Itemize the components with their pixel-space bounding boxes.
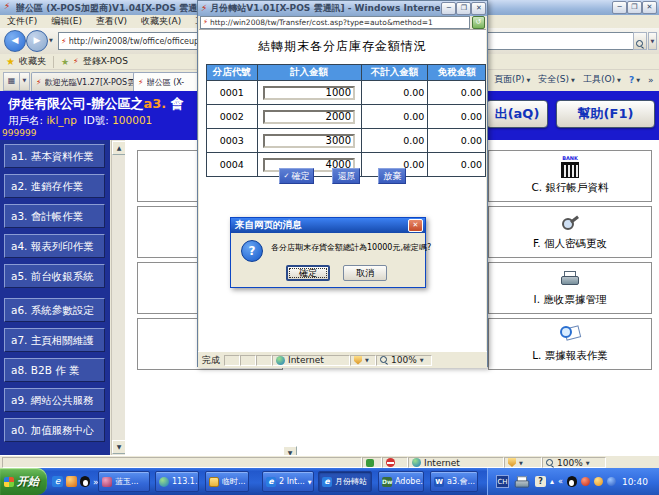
popup-address-field[interactable]: ⚡ http://win2008/tw/Transfer/cost.asp?ty… [200, 16, 470, 29]
sidebar-item-a4[interactable]: a4. 報表列印作業 [4, 234, 105, 258]
add-favorite-icon[interactable]: ★ [61, 57, 69, 67]
menu-cell-bank-accounts[interactable]: BANK C. 銀行帳戶資料 [488, 150, 652, 202]
task-113[interactable]: 113.1... [155, 471, 199, 492]
command-tools[interactable]: 工具(O)▼ [583, 73, 621, 86]
status-message-panel [2, 457, 362, 468]
forward-icon[interactable]: ▶ [26, 30, 48, 52]
task-month-transfer[interactable]: e 月份轉站 [318, 471, 372, 492]
ie-quicklaunch-icon[interactable]: e [52, 476, 63, 487]
qq-icon[interactable] [80, 476, 90, 487]
status-icon-panel [362, 457, 382, 468]
hide-icons-chevron-icon[interactable]: ▴ [550, 476, 554, 488]
menu-favorites[interactable]: 收藏夹(A) [134, 15, 188, 28]
task-ie-group[interactable]: e 2 Int...▼ [262, 471, 314, 492]
command-more[interactable]: » [648, 75, 654, 85]
chevron-down-icon: ▼ [308, 479, 312, 485]
status-zone-panel: Internet [408, 457, 504, 468]
search-options-dropdown-icon[interactable]: ▼ [648, 32, 657, 50]
tray-help-icon[interactable]: ? [535, 476, 546, 487]
task-temp-folder[interactable]: 临时... [205, 471, 249, 492]
favorite-link[interactable]: 登錄X-POS [83, 55, 128, 68]
divider [53, 56, 54, 68]
tab-list-dropdown-icon[interactable]: ▼ [19, 72, 30, 91]
favorites-label[interactable]: 收藏夹 [19, 55, 46, 68]
entered-amount-input-0003[interactable] [263, 134, 355, 148]
task-lanyu[interactable]: 蓝玉... [98, 471, 150, 492]
tab-welcome[interactable]: ⚡ 歡迎光臨V1.27[X-POS雲... [31, 72, 141, 91]
back-icon[interactable]: ◀ [4, 30, 26, 52]
expand-tray-icon[interactable]: « [558, 476, 563, 488]
tray-printer-icon[interactable] [515, 476, 529, 487]
language-indicator[interactable]: CH [496, 475, 509, 488]
tray-red-icon[interactable] [581, 477, 590, 486]
col-excluded-amount: 不計入金額 [361, 65, 428, 81]
history-dropdown-icon[interactable]: ▼ [49, 37, 53, 43]
command-page[interactable]: 頁面(P)▼ [494, 73, 530, 86]
popup-minimize-button[interactable]: ─ [441, 2, 456, 15]
abandon-button[interactable]: 放棄 [378, 168, 406, 184]
table-header-row: 分店代號 計入金額 不計入金額 免稅金額 [207, 65, 486, 81]
refresh-icon[interactable]: ↺ [472, 16, 485, 29]
popup-window: ⚡ 月份轉站V1.01[X-POS 雲通訊] - Windows Interne… [197, 0, 488, 367]
scroll-up-icon[interactable]: ▲ [112, 141, 126, 155]
tray-blue-icon[interactable] [607, 477, 616, 486]
menu-view[interactable]: 查看(V) [89, 15, 134, 28]
start-button[interactable]: 开始 [0, 468, 47, 495]
close-button[interactable]: ✕ [642, 1, 657, 14]
frame-scrollbar[interactable]: ▲ ▼ [111, 140, 125, 455]
menu-file[interactable]: 文件(F) [0, 15, 44, 28]
command-help[interactable]: ?▼ [629, 75, 640, 85]
popup-zoom-panel[interactable]: 100%▼ [376, 355, 432, 366]
sidebar-item-a0[interactable]: a0. 加值服務中心 [4, 418, 105, 442]
entered-amount-input-0002[interactable] [263, 110, 355, 124]
sidebar-item-a9[interactable]: a9. 網站公共服務 [4, 388, 105, 412]
green-status-icon [366, 459, 374, 467]
popup-maximize-button[interactable]: ❐ [456, 2, 471, 15]
msgbox-close-icon[interactable]: ✕ [408, 219, 423, 232]
sidebar-item-a7[interactable]: a7. 主頁相關維護 [4, 328, 105, 352]
entered-amount-input-0001[interactable] [263, 86, 355, 100]
search-button[interactable] [633, 32, 647, 50]
sidebar-item-a8[interactable]: a8. B2B 作 業 [4, 358, 105, 382]
task-adobe[interactable]: Dw Adobe... [378, 471, 424, 492]
show-desktop-icon[interactable] [66, 476, 77, 487]
menu-cell-note-reports[interactable]: L. 票據報表作業 [488, 318, 652, 370]
popup-close-button[interactable]: ✕ [471, 2, 486, 15]
sidebar-item-a3[interactable]: a3. 會計帳作業 [4, 204, 105, 228]
store-code: 999999 [2, 128, 36, 138]
scroll-down-icon[interactable]: ▼ [112, 440, 126, 454]
tray-qq-icon[interactable] [567, 476, 577, 487]
popup-button-row: ✓確定 還原 放棄 [199, 168, 486, 184]
restore-button[interactable]: 還原 [332, 168, 360, 184]
quick-tabs-icon[interactable]: ▦ [3, 72, 20, 91]
address-bar[interactable]: ⚡ http://win2008/tw/office/officeup [58, 32, 202, 50]
sidebar-item-a2[interactable]: a2. 進銷存作業 [4, 174, 105, 198]
menu-cell-change-password[interactable]: F. 個人密碼更改 [488, 206, 652, 258]
confirm-button[interactable]: ✓確定 [279, 168, 315, 184]
tray-orange-icon[interactable] [594, 477, 603, 486]
status-protected-panel[interactable]: ▼ [504, 457, 542, 468]
menu-edit[interactable]: 编辑(E) [44, 15, 89, 28]
favorites-star-icon[interactable]: ★ [6, 56, 15, 67]
col-store-code: 分店代號 [207, 65, 258, 81]
exit-button[interactable]: 出(aQ) [486, 100, 548, 128]
msgbox-title: 来自网页的消息 [235, 219, 408, 232]
sidebar-item-a6[interactable]: a6. 系統參數設定 [4, 298, 105, 322]
chevron-down-icon: ▼ [526, 77, 530, 83]
status-zoom-panel[interactable]: 100%▼ [542, 457, 606, 468]
minimize-button[interactable]: ─ [612, 1, 627, 14]
msgbox-cancel-button[interactable]: 取消 [343, 265, 387, 281]
popup-protected-panel[interactable]: ▼ [350, 355, 376, 366]
msgbox-ok-button[interactable]: 確定 [286, 265, 330, 281]
sidebar-item-a5[interactable]: a5. 前台收銀系統 [4, 264, 105, 288]
sidebar-item-a1[interactable]: a1. 基本資料作業 [4, 144, 105, 168]
task-a3-doc[interactable]: W a3.會... [430, 471, 478, 492]
command-safety[interactable]: 安全(S)▼ [538, 73, 575, 86]
help-button[interactable]: 幫助(F1) [556, 100, 655, 128]
table-row: 0003 0.00 0.00 [207, 129, 486, 153]
restore-button[interactable]: ❐ [627, 1, 642, 14]
tab-favicon: ⚡ [36, 78, 42, 87]
blocked-icon [386, 458, 395, 467]
search-input[interactable] [482, 32, 638, 50]
menu-cell-receivable-notes[interactable]: I. 應收票據管理 [488, 262, 652, 314]
